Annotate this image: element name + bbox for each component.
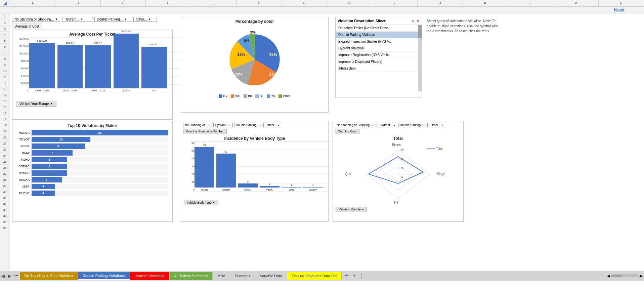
radar-svg-container: Bronx Kings NY Qns 60 40 20 0 bbox=[333, 141, 463, 205]
incidence-filter-4[interactable]: Other...▼ bbox=[265, 123, 281, 127]
radar-filter-2[interactable]: Hydrant...▼ bbox=[378, 123, 397, 127]
row-num-5: 5 bbox=[0, 38, 10, 44]
bar-na: $93.00 NA bbox=[141, 43, 167, 92]
svg-text:Qns: Qns bbox=[345, 172, 351, 176]
col-header-g: G bbox=[282, 0, 327, 7]
row-num-26: 26 bbox=[0, 165, 10, 171]
tab-double-parking[interactable]: Double Parking Violations bbox=[78, 272, 130, 280]
tab-scroll-right-btn[interactable]: ▶ bbox=[640, 274, 643, 278]
radar-panel: No Standing or Stopping...▼ Hydrant...▼ … bbox=[333, 121, 464, 222]
vehicle-year-range-btn[interactable]: Vehicle Year Range ▼ bbox=[16, 101, 56, 107]
spreadsheet-body: 1234567891011121314151617181920212223242… bbox=[0, 13, 644, 271]
top10-bars: HONDA 23 TOYOT 10 bbox=[12, 129, 172, 199]
slicer-multiselect-icon[interactable]: ≡ bbox=[412, 18, 414, 23]
slicer-item-4[interactable]: Improper Registration (NYS Vehic... bbox=[336, 52, 422, 58]
count-summons-btn: Count of Summons Number bbox=[183, 129, 227, 134]
svg-text:0: 0 bbox=[401, 176, 403, 179]
avg-chart-footer: Vehicle Year Range ▼ bbox=[12, 99, 172, 108]
svg-text:NY: NY bbox=[394, 201, 399, 204]
row-num-1: 1 bbox=[0, 13, 10, 19]
tab-overflow-right[interactable]: ••• bbox=[343, 274, 350, 278]
tab-scrollbar-thumb bbox=[612, 275, 622, 277]
tab-subtotals[interactable]: Subtotals bbox=[230, 272, 255, 280]
main-area: ABCDEFGHIJKLMN Home 12345678910111213141… bbox=[0, 0, 644, 281]
bar-2010: $96.10 2010 - 2019 bbox=[85, 42, 111, 92]
slicer-item-6[interactable]: Intersection bbox=[336, 65, 422, 72]
bar-honda: HONDA 23 bbox=[16, 130, 168, 135]
filter-no-standing[interactable]: No Standing or Stopping...▼ bbox=[12, 17, 60, 22]
row-num-32: 32 bbox=[0, 201, 10, 207]
row-num-21: 21 bbox=[0, 134, 10, 140]
filter-hydrant[interactable]: Hydrant...▼ bbox=[62, 17, 92, 22]
row-num-2: 2 bbox=[0, 19, 10, 26]
row-num-27: 27 bbox=[0, 171, 10, 177]
avg-bars: $102.00 1990 - 1999 $96.67 2000 - 2009 bbox=[29, 37, 167, 92]
home-link[interactable]: Home bbox=[614, 7, 624, 11]
svg-text:Bronx: Bronx bbox=[392, 143, 401, 147]
tab-overflow-menu[interactable]: ••• bbox=[13, 274, 20, 278]
row-num-11: 11 bbox=[0, 74, 10, 80]
slicer-scroll-thumb bbox=[418, 25, 422, 38]
row-num-29: 29 bbox=[0, 183, 10, 189]
slicer-header-icons: ≡ ✕ bbox=[412, 18, 420, 23]
avg-cost-bar-area: $- $20.00 $40.00 $60.00 $80.00 $100.00 $… bbox=[12, 37, 172, 99]
col-header-b: B bbox=[55, 0, 101, 7]
row-num-10: 10 bbox=[0, 68, 10, 74]
row-num-33: 33 bbox=[0, 207, 10, 213]
slicer-clear-icon[interactable]: ✕ bbox=[416, 18, 420, 23]
slicer-item-2[interactable]: Expired Inspection Sticker (NYS V... bbox=[336, 38, 422, 45]
tab-prev-btn[interactable]: ◀ bbox=[0, 273, 6, 279]
bar-dodge: DODGE 6 bbox=[16, 164, 168, 169]
filter-double-parking[interactable]: Double Parking...▼ bbox=[94, 17, 131, 22]
row-num-12: 12 bbox=[0, 80, 10, 86]
tab-parking-data[interactable]: Parking Violations Data Set bbox=[287, 272, 342, 280]
tab-scroll-left-btn[interactable]: ◀ bbox=[607, 274, 610, 278]
row-num-28: 28 bbox=[0, 177, 10, 183]
radar-filter-3[interactable]: Double Parking...▼ bbox=[398, 123, 428, 127]
bar-1990: $102.00 1990 - 1999 bbox=[29, 39, 55, 92]
incidence-title: Incidence by Vehicle Body Type bbox=[181, 134, 328, 141]
vehicle-body-type-btn[interactable]: Vehicle Body Type ▼ bbox=[184, 200, 218, 205]
incidence-filter-3[interactable]: Double Parking...▼ bbox=[234, 123, 264, 127]
row-num-30: 30 bbox=[0, 189, 10, 195]
radar-filter-1[interactable]: No Standing or Stopping...▼ bbox=[335, 123, 377, 127]
tab-hydrant[interactable]: Hydrant Violations bbox=[130, 272, 170, 280]
row-num-31: 31 bbox=[0, 195, 10, 201]
row-num-15: 15 bbox=[0, 98, 10, 104]
tab-scrollbar-track[interactable] bbox=[611, 275, 638, 277]
col-header-j: J bbox=[418, 0, 463, 7]
bar-toyot: TOYOT 10 bbox=[16, 137, 168, 142]
tab-add-btn[interactable]: + bbox=[350, 273, 358, 279]
tab-scroll-area: ◀ ▶ bbox=[607, 274, 644, 278]
row-num-22: 22 bbox=[0, 140, 10, 147]
row-num-3: 3 bbox=[0, 26, 10, 32]
pie-title: Percentage by color bbox=[181, 17, 328, 25]
slicer-item-3[interactable]: Hydrant Violation bbox=[336, 45, 422, 52]
incidence-filter-1[interactable]: No Standing or...▼ bbox=[183, 123, 212, 127]
top10-title: Top 10 Violators by Maker bbox=[12, 121, 172, 129]
svg-text:Kings: Kings bbox=[437, 172, 445, 176]
tab-no-standing[interactable]: No Standing or Stop Violation bbox=[20, 272, 78, 280]
tab-all-tickets[interactable]: All Tickets Summary bbox=[170, 272, 213, 280]
radar-filter-4[interactable]: Other...▼ bbox=[429, 123, 445, 127]
slicer-item-0[interactable]: Detached Trailer (No Street Prote... bbox=[336, 25, 422, 32]
svg-text:22%: 22% bbox=[234, 73, 242, 77]
filter-other[interactable]: Other...▼ bbox=[133, 17, 157, 22]
violation-county-btn[interactable]: Violation County ▼ bbox=[336, 207, 367, 212]
incidence-filter-2[interactable]: Hydrant...▼ bbox=[213, 123, 233, 127]
bar-nissa: NISSA 9 bbox=[16, 143, 168, 149]
inc-bar-van: 1 VAN bbox=[282, 183, 301, 191]
col-header-h: H bbox=[327, 0, 372, 7]
inc-bar-conv: 1 CONV bbox=[303, 183, 323, 191]
slicer-header: Violation Description Slicer ≡ ✕ bbox=[336, 17, 422, 25]
tab-options-btn[interactable]: ⋮ bbox=[358, 274, 365, 278]
row-num-16: 16 bbox=[0, 104, 10, 110]
slicer-scrollbar[interactable] bbox=[418, 25, 422, 91]
svg-text:13%: 13% bbox=[237, 52, 245, 56]
tab-next-btn[interactable]: ▶ bbox=[6, 273, 13, 279]
slicer-item-5[interactable]: Improperly Displayed Plate(s) bbox=[336, 58, 422, 65]
tab-misc[interactable]: Misc bbox=[213, 272, 230, 280]
tab-variable-data[interactable]: Variable Data bbox=[255, 272, 287, 280]
slicer-item-1[interactable]: Double Parking Violation bbox=[336, 32, 422, 38]
col-header-l: L bbox=[508, 0, 554, 7]
